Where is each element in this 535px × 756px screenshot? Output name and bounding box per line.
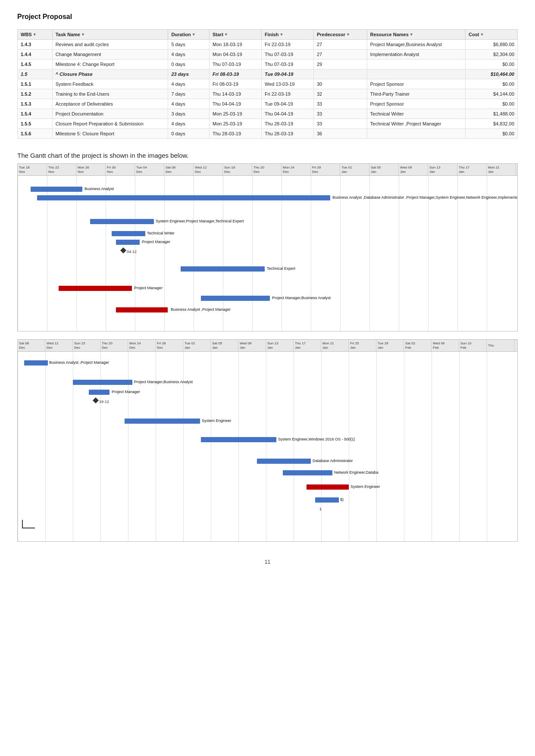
gantt-bar <box>37 195 330 200</box>
cell-finish: Fri 22-03-19 <box>261 40 313 50</box>
cell-wbs: 1.5 <box>18 69 53 79</box>
cell-predecessor: 36 <box>313 129 367 139</box>
table-row: 1.4.5 Milestone 4: Change Report 0 days … <box>18 59 518 69</box>
cell-start: Fri 08-03-19 <box>210 69 262 79</box>
cell-predecessor <box>313 69 367 79</box>
gantt-header-cell: Tue 01Jan <box>183 340 211 351</box>
cell-task: Acceptance of Deliverables <box>52 99 168 109</box>
th-task[interactable]: Task Name ▼ <box>52 30 168 40</box>
cell-wbs: 1.5.6 <box>18 129 53 139</box>
gantt-header-cell: Thu <box>487 340 514 351</box>
th-wbs[interactable]: WBS ▼ <box>18 30 53 40</box>
gantt-header-cell: Mon 21Jan <box>487 164 516 175</box>
cell-wbs: 1.5.5 <box>18 119 53 129</box>
gantt-grid-line <box>45 352 46 541</box>
gantt-label: System Engineer,Windows 2016 OS - 500[1] <box>278 437 355 441</box>
gantt-header-cell: Mon 24Dec <box>282 164 311 175</box>
gantt-label: Project Manager <box>112 390 140 394</box>
th-predecessor[interactable]: Predecessor ▼ <box>313 30 367 40</box>
gantt-bar <box>116 240 140 245</box>
cell-cost: $0.00 <box>466 59 518 69</box>
gantt-bracket <box>22 520 35 528</box>
gantt-header-cell: Tue 04Dec <box>135 164 164 175</box>
gantt-header-cell: Wed 09Jan <box>399 164 428 175</box>
th-finish[interactable]: Finish ▼ <box>261 30 313 40</box>
gantt-label: Business Analyst ,Project Manager <box>171 307 231 312</box>
gantt-bar <box>112 231 145 236</box>
gantt-header-cell: Fri 28Dec <box>311 164 340 175</box>
cell-resources <box>367 69 465 79</box>
cell-start: Thu 04-04-19 <box>210 99 262 109</box>
th-start[interactable]: Start ▼ <box>210 30 262 40</box>
th-resources[interactable]: Resource Names ▼ <box>367 30 465 40</box>
gantt-header-cell: Sun 10Feb <box>459 340 487 351</box>
cell-resources: Technical Writer <box>367 109 465 119</box>
cell-start: Fri 08-03-19 <box>210 79 262 89</box>
gantt-bar <box>283 470 332 475</box>
gantt-grid-line <box>294 352 294 541</box>
gantt-bar <box>181 266 265 272</box>
gantt-header-cell: Wed 12Dec <box>194 164 223 175</box>
gantt-bar <box>59 286 132 291</box>
cell-predecessor: 33 <box>313 119 367 129</box>
page-number: 11 <box>17 559 518 565</box>
cell-task: System Feedback <box>52 79 168 89</box>
gantt-label: $) <box>340 497 344 502</box>
gantt-bar <box>73 380 132 385</box>
gantt-bar <box>307 484 349 490</box>
gantt-grid-line <box>349 352 349 541</box>
gantt-bar <box>90 219 154 224</box>
cell-predecessor: 30 <box>313 79 367 89</box>
gantt-header-cell: Sun 15Dec <box>73 340 100 351</box>
cell-task: Change Management <box>52 50 168 59</box>
gantt-header-cell: Wed 12Dec <box>45 340 73 351</box>
gantt-label: Network Engineer,Databa <box>334 470 379 475</box>
table-row: 1.5 ^ Closure Phase 23 days Fri 08-03-19… <box>18 69 518 79</box>
gantt-header-cell: Sat 05Jan <box>211 340 238 351</box>
gantt-label: Business Analyst <box>84 187 114 191</box>
gantt-header-cell: Sat 05Jan <box>369 164 399 175</box>
gantt-header-cell: Wed 06Feb <box>432 340 459 351</box>
cell-task: ^ Closure Phase <box>52 69 168 79</box>
table-row: 1.5.5 Closure Report Preparation & Submi… <box>18 119 518 129</box>
cell-wbs: 1.5.3 <box>18 99 53 109</box>
gantt-header-cell: Mon 24Dec <box>128 340 156 351</box>
gantt-header-1: Tue 18NovThu 22NovMon 26NovFri 30NovTue … <box>18 164 517 176</box>
cell-cost: $0.00 <box>466 79 518 89</box>
cell-duration: 4 days <box>168 50 210 59</box>
cell-start: Thu 28-03-19 <box>210 129 262 139</box>
cell-start: Mon 18-03-19 <box>210 40 262 50</box>
cell-predecessor: 27 <box>313 40 367 50</box>
cell-finish: Thu 04-04-19 <box>261 109 313 119</box>
gantt-grid-line <box>18 352 18 541</box>
th-cost[interactable]: Cost ▼ <box>466 30 518 40</box>
cell-predecessor: 29 <box>313 59 367 69</box>
gantt-header-cell: Thu 17Jan <box>457 164 487 175</box>
gantt-header-cell: Wed 08Jan <box>238 340 266 351</box>
cell-cost: $10,464.00 <box>466 69 518 79</box>
gantt-grid-line <box>321 352 322 541</box>
gantt-grid-line <box>238 352 239 541</box>
gantt-header-cell: Thu 22Nov <box>47 164 76 175</box>
gantt-label: Project Manager,Business Analyst <box>272 296 331 300</box>
cell-wbs: 1.5.4 <box>18 109 53 119</box>
cell-start: Mon 04-03-19 <box>210 50 262 59</box>
th-duration[interactable]: Duration ▼ <box>168 30 210 40</box>
gantt-label: 1 <box>319 507 322 511</box>
gantt-header-cell: Thu 20Dec <box>100 340 128 351</box>
cell-task: Project Documentation <box>52 109 168 119</box>
cell-cost: $2,304.00 <box>466 50 518 59</box>
cell-duration: 0 days <box>168 59 210 69</box>
gantt-header-cell: Sat 08Dec <box>164 164 194 175</box>
gantt-grid-line <box>459 352 460 541</box>
gantt-milestone: 19-12 <box>94 398 109 404</box>
table-row: 1.5.6 Milestone 5: Closure Report 0 days… <box>18 129 518 139</box>
table-row: 1.5.1 System Feedback 4 days Fri 08-03-1… <box>18 79 518 89</box>
gantt-label: Technical Writer <box>147 231 175 235</box>
cell-wbs: 1.5.1 <box>18 79 53 89</box>
cell-predecessor: 27 <box>313 50 367 59</box>
cell-finish: Thu 07-03-19 <box>261 59 313 69</box>
cell-resources: Project Sponsor <box>367 79 465 89</box>
gantt-header-cell: Sat 08Dec <box>18 340 45 351</box>
cell-resources: Third-Party Trainer <box>367 89 465 99</box>
